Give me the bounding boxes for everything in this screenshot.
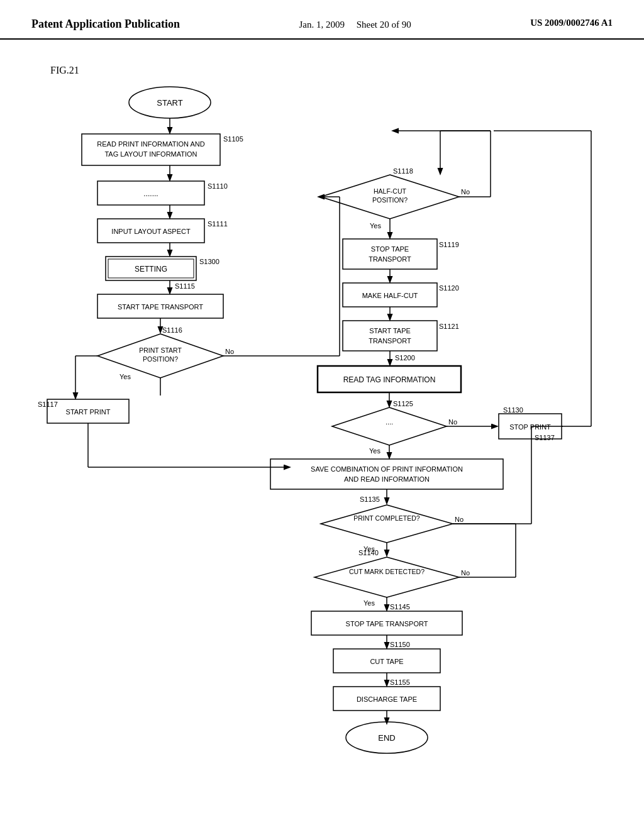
svg-text:DISCHARGE TAPE: DISCHARGE TAPE <box>357 695 417 703</box>
svg-text:Yes: Yes <box>364 599 375 607</box>
svg-text:MAKE HALF-CUT: MAKE HALF-CUT <box>362 292 418 299</box>
svg-rect-50 <box>343 239 437 269</box>
svg-text:S1300: S1300 <box>199 258 219 265</box>
svg-text:S1121: S1121 <box>439 323 459 330</box>
svg-text:S1120: S1120 <box>439 284 459 292</box>
svg-text:No: No <box>225 348 234 355</box>
svg-marker-68 <box>332 407 447 445</box>
svg-text:....: .... <box>386 418 393 426</box>
svg-text:No: No <box>461 569 470 577</box>
patent-number: US 2009/0002746 A1 <box>530 18 613 28</box>
svg-text:AND READ INFORMATION: AND READ INFORMATION <box>344 475 430 483</box>
svg-text:PRINT COMPLETED?: PRINT COMPLETED? <box>353 514 420 522</box>
svg-text:S1117: S1117 <box>38 401 58 408</box>
svg-marker-85 <box>321 505 453 543</box>
publication-label: Patent Application Publication <box>31 18 180 31</box>
svg-text:S1135: S1135 <box>360 495 380 503</box>
svg-text:S1200: S1200 <box>395 354 415 362</box>
svg-text:No: No <box>455 516 464 523</box>
svg-text:Yes: Yes <box>369 447 380 455</box>
svg-text:S1115: S1115 <box>175 282 195 290</box>
sheet-label: Sheet 20 of 90 <box>357 19 411 30</box>
svg-text:READ PRINT INFORMATION AND: READ PRINT INFORMATION AND <box>97 140 204 148</box>
flowchart-svg: START READ PRINT INFORMATION AND TAG LAY… <box>0 40 644 813</box>
svg-rect-3 <box>82 134 220 165</box>
svg-text:START PRINT: START PRINT <box>66 408 111 416</box>
header-center: Jan. 1, 2009 Sheet 20 of 90 <box>299 18 411 32</box>
svg-text:STOP PRINT: STOP PRINT <box>509 423 551 431</box>
svg-text:START: START <box>157 98 182 108</box>
svg-text:No: No <box>448 418 457 426</box>
svg-text:CUT MARK DETECTED?: CUT MARK DETECTED? <box>349 568 425 575</box>
svg-text:TAG LAYOUT INFORMATION: TAG LAYOUT INFORMATION <box>104 150 197 158</box>
svg-text:SAVE COMBINATION OF PRINT INFO: SAVE COMBINATION OF PRINT INFORMATION <box>311 465 463 473</box>
svg-text:TRANSPORT: TRANSPORT <box>369 337 411 345</box>
svg-text:START TAPE TRANSPORT: START TAPE TRANSPORT <box>118 303 203 311</box>
svg-text:SETTING: SETTING <box>135 265 167 274</box>
svg-text:S1105: S1105 <box>223 135 243 143</box>
svg-text:S1130: S1130 <box>503 406 523 414</box>
svg-text:S1119: S1119 <box>439 241 459 248</box>
svg-text:No: No <box>461 188 470 196</box>
svg-text:CUT TAPE: CUT TAPE <box>370 658 403 665</box>
svg-text:POSITION?: POSITION? <box>143 355 178 363</box>
svg-text:TRANSPORT: TRANSPORT <box>369 255 411 263</box>
svg-text:S1155: S1155 <box>390 678 410 686</box>
svg-text:STOP TAPE TRANSPORT: STOP TAPE TRANSPORT <box>346 620 428 628</box>
svg-text:S1137: S1137 <box>535 434 555 441</box>
svg-text:S1150: S1150 <box>390 641 410 648</box>
svg-rect-59 <box>343 321 437 351</box>
svg-rect-80 <box>270 459 503 489</box>
svg-text:S1125: S1125 <box>393 400 413 407</box>
svg-text:S1110: S1110 <box>208 182 228 190</box>
svg-text:S1145: S1145 <box>390 603 410 611</box>
svg-text:Yes: Yes <box>370 222 381 230</box>
svg-text:S1116: S1116 <box>162 326 182 334</box>
svg-marker-98 <box>314 557 459 597</box>
svg-text:PRINT START: PRINT START <box>139 346 182 354</box>
diagram-area: FIG.21 START READ PRINT INFORMATION AND … <box>0 40 644 813</box>
date-label: Jan. 1, 2009 <box>299 19 345 30</box>
svg-text:END: END <box>378 733 395 743</box>
svg-text:.......: ....... <box>143 189 158 198</box>
svg-text:START TAPE: START TAPE <box>369 327 411 335</box>
svg-text:HALF-CUT: HALF-CUT <box>374 187 407 195</box>
svg-text:STOP TAPE: STOP TAPE <box>371 245 409 253</box>
svg-text:INPUT LAYOUT ASPECT: INPUT LAYOUT ASPECT <box>111 228 191 235</box>
page-header: Patent Application Publication Jan. 1, 2… <box>0 0 644 40</box>
svg-text:POSITION?: POSITION? <box>372 196 408 204</box>
svg-text:S1140: S1140 <box>358 549 379 556</box>
svg-text:READ TAG INFORMATION: READ TAG INFORMATION <box>343 375 436 384</box>
svg-text:Yes: Yes <box>119 373 131 380</box>
svg-text:S1118: S1118 <box>393 167 413 175</box>
svg-text:S1111: S1111 <box>208 220 228 228</box>
